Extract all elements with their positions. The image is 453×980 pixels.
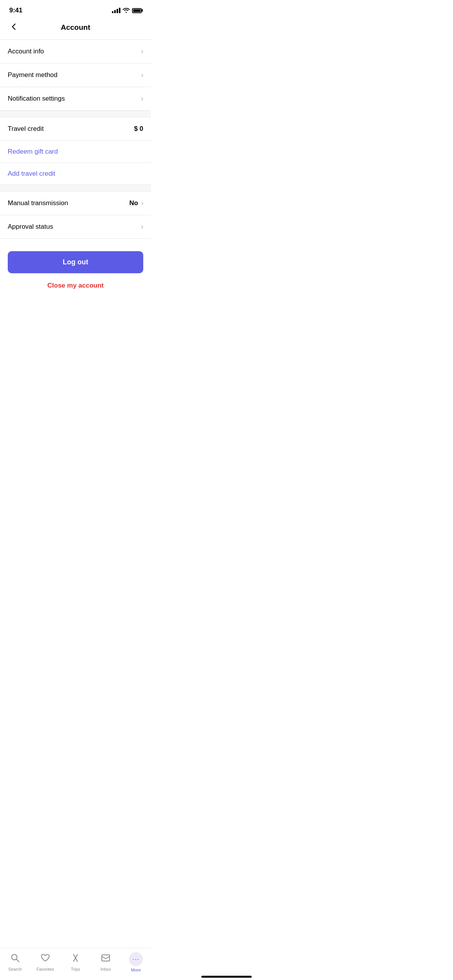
manual-transmission-item[interactable]: Manual transmission No › [0, 192, 151, 215]
status-bar: 9:41 [0, 0, 151, 19]
back-button[interactable] [8, 21, 20, 35]
chevron-right-icon: › [141, 223, 143, 230]
chevron-right-icon: › [141, 200, 143, 207]
page-title: Account [61, 23, 90, 32]
section-divider-2 [0, 185, 151, 191]
approval-status-item[interactable]: Approval status › [0, 215, 151, 239]
status-icons [112, 7, 142, 14]
content: Account info › Payment method › Notifica… [0, 39, 151, 336]
credit-section: Travel credit $ 0 Redeem gift card Add t… [0, 117, 151, 185]
notification-settings-item[interactable]: Notification settings › [0, 87, 151, 111]
transmission-section: Manual transmission No › Approval status… [0, 191, 151, 239]
action-section: Log out Close my account [0, 239, 151, 297]
payment-method-item[interactable]: Payment method › [0, 63, 151, 87]
chevron-right-icon: › [141, 72, 143, 79]
section-divider [0, 111, 151, 117]
header: Account [0, 19, 151, 39]
account-info-item[interactable]: Account info › [0, 40, 151, 63]
redeem-gift-card-item[interactable]: Redeem gift card [0, 141, 151, 163]
chevron-right-icon: › [141, 95, 143, 102]
chevron-right-icon: › [141, 48, 143, 55]
logout-button[interactable]: Log out [8, 251, 143, 273]
add-travel-credit-item[interactable]: Add travel credit [0, 163, 151, 185]
battery-icon [132, 8, 142, 13]
wifi-icon [123, 7, 130, 14]
close-account-button[interactable]: Close my account [8, 282, 143, 290]
status-time: 9:41 [9, 7, 22, 14]
signal-icon [112, 8, 120, 13]
travel-credit-item: Travel credit $ 0 [0, 117, 151, 141]
account-menu-section: Account info › Payment method › Notifica… [0, 39, 151, 111]
